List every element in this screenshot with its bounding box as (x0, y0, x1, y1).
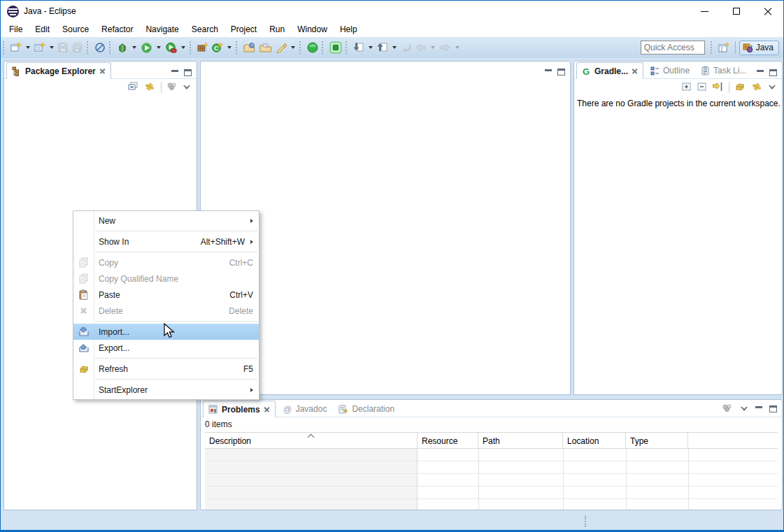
collapse-all-icon[interactable] (127, 82, 138, 94)
run-icon[interactable] (139, 41, 154, 55)
menu-item-new[interactable]: New (73, 213, 259, 229)
tab-outline[interactable]: Outline (646, 62, 694, 79)
new-java-project-icon[interactable] (33, 41, 47, 55)
problems-count: 0 items (201, 417, 782, 431)
maximize-editor-icon[interactable] (557, 69, 565, 76)
close-icon[interactable] (99, 68, 106, 74)
status-bar-drag-handle[interactable] (585, 516, 586, 527)
column-resource[interactable]: Resource (418, 433, 478, 448)
toolbar-drag-handle[interactable] (299, 41, 303, 54)
tab-package-explorer[interactable]: Package Explorer (6, 62, 111, 79)
close-icon[interactable] (264, 406, 270, 412)
perspective-bar-handle[interactable] (711, 41, 714, 54)
tab-problems[interactable]: Problems (203, 401, 276, 417)
coverage-icon[interactable] (164, 41, 178, 55)
debug-icon[interactable] (115, 41, 129, 55)
menu-run[interactable]: Run (263, 22, 291, 37)
refresh-icon (73, 364, 94, 374)
tab-label: Outline (663, 66, 690, 76)
menu-item-export[interactable]: Export... (73, 340, 259, 356)
new-wizard-icon[interactable] (9, 41, 23, 55)
stop-server-icon[interactable] (328, 40, 343, 55)
menu-item-refresh[interactable]: Refresh F5 (73, 361, 259, 377)
link-with-editor-icon[interactable] (750, 82, 763, 94)
toolbar-drag-handle[interactable] (109, 41, 113, 54)
annotation-pen-icon[interactable] (274, 41, 288, 55)
view-menu-icon[interactable] (183, 85, 191, 90)
previous-annotation-dropdown[interactable] (392, 46, 397, 49)
import-icon (73, 327, 94, 337)
view-menu-icon[interactable] (768, 85, 776, 90)
tab-javadoc[interactable]: @ Javadoc (278, 401, 332, 417)
link-to-selection-icon[interactable] (712, 82, 724, 94)
refresh-gradle-icon[interactable] (734, 82, 746, 94)
toolbar-drag-handle[interactable] (236, 41, 239, 54)
maximize-view-icon[interactable] (769, 69, 777, 76)
menu-window[interactable]: Window (291, 22, 334, 37)
window-close-button[interactable] (752, 1, 783, 22)
start-server-icon[interactable] (306, 41, 320, 55)
java-perspective-button[interactable]: Java (739, 41, 779, 55)
task-list-icon (701, 66, 710, 76)
debug-dropdown[interactable] (132, 46, 136, 49)
javadoc-icon: @ (283, 405, 292, 414)
new-java-project-dropdown[interactable] (50, 46, 54, 49)
previous-annotation-icon[interactable] (376, 41, 390, 55)
open-type-icon[interactable] (242, 41, 257, 55)
toolbar-drag-handle[interactable] (87, 41, 90, 54)
window-minimize-button[interactable] (689, 1, 720, 22)
tab-task-list[interactable]: Task Li... (697, 62, 751, 79)
column-location[interactable]: Location (563, 433, 626, 448)
main-toolbar: C (1, 37, 783, 58)
menu-item-copy-qualified-name: Copy Qualified Name (73, 271, 259, 287)
menu-navigate[interactable]: Navigate (139, 22, 185, 37)
new-wizard-dropdown[interactable] (26, 46, 30, 49)
collapse-all-icon[interactable] (697, 82, 707, 94)
run-dropdown[interactable] (157, 46, 161, 49)
coverage-dropdown[interactable] (181, 46, 185, 49)
next-annotation-icon[interactable] (352, 41, 366, 55)
window-maximize-button[interactable] (720, 1, 752, 22)
tab-label: Problems (222, 405, 260, 415)
toolbar-drag-handle[interactable] (3, 41, 6, 54)
expand-all-icon[interactable] (681, 82, 692, 94)
forward-dropdown[interactable] (455, 46, 459, 49)
menu-edit[interactable]: Edit (29, 22, 56, 37)
quick-access-input[interactable] (641, 41, 705, 55)
maximize-view-icon[interactable] (184, 69, 192, 76)
toolbar-drag-handle[interactable] (345, 41, 349, 54)
problems-table-body[interactable] (205, 449, 778, 510)
view-menu-icon[interactable] (740, 406, 748, 412)
toolbar-drag-handle[interactable] (190, 41, 193, 54)
next-annotation-dropdown[interactable] (369, 46, 373, 49)
problems-table-header: Description Resource Path Location Type (205, 433, 778, 449)
back-dropdown[interactable] (431, 46, 435, 49)
annotation-pen-dropdown[interactable] (291, 46, 295, 49)
skip-breakpoints-icon[interactable] (93, 41, 107, 55)
toolbar-drag-handle[interactable] (322, 41, 325, 54)
tab-gradle-tasks[interactable]: G Gradle... (576, 62, 643, 79)
maximize-view-icon[interactable] (769, 405, 777, 412)
new-java-package-icon[interactable] (196, 41, 210, 55)
column-description[interactable]: Description (205, 433, 418, 448)
menu-item-startexplorer[interactable]: StartExplorer (73, 382, 259, 398)
menu-source[interactable]: Source (56, 22, 95, 37)
delete-icon (73, 306, 94, 315)
menu-help[interactable]: Help (334, 22, 364, 37)
problems-icon (208, 405, 218, 414)
link-with-editor-icon[interactable] (143, 82, 156, 94)
open-resource-icon[interactable] (258, 41, 273, 55)
column-path[interactable]: Path (478, 433, 563, 448)
open-perspective-icon[interactable] (717, 41, 732, 55)
menu-project[interactable]: Project (224, 22, 263, 37)
menu-item-show-in[interactable]: Show In Alt+Shift+W (73, 233, 259, 250)
menu-file[interactable]: File (3, 22, 29, 37)
menu-item-paste[interactable]: Paste Ctrl+V (73, 287, 259, 303)
tab-declaration[interactable]: Declaration (334, 401, 399, 417)
menu-search[interactable]: Search (185, 22, 224, 37)
new-java-class-dropdown[interactable] (227, 46, 231, 49)
close-icon[interactable] (632, 68, 638, 74)
new-java-class-icon[interactable]: C (211, 41, 224, 55)
menu-refactor[interactable]: Refactor (95, 22, 139, 37)
column-type[interactable]: Type (626, 433, 688, 448)
